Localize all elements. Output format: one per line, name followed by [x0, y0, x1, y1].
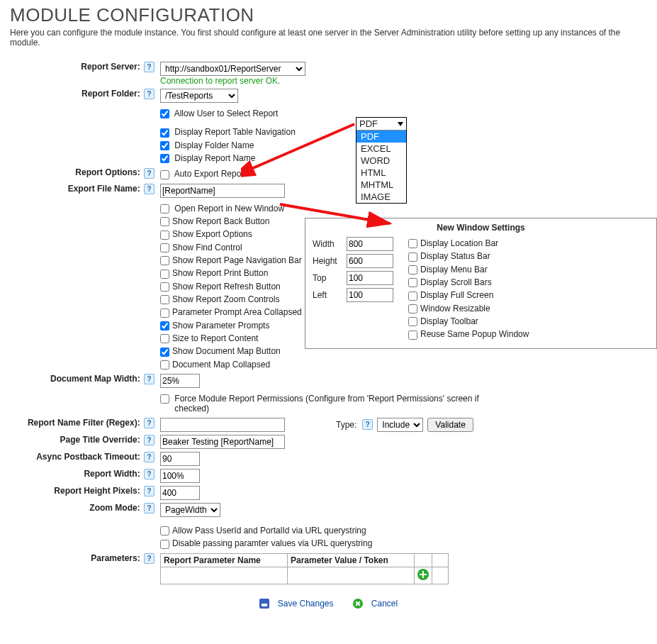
export-format-selected: PDF	[359, 118, 378, 129]
param-header-value: Parameter Value / Token	[288, 553, 415, 567]
chk-show-docmap-btn[interactable]	[160, 348, 169, 357]
lbl-show-zoom: Show Report Zoom Controls	[172, 294, 279, 304]
export-format-dropdown[interactable]: PDF PDF EXCEL WORD HTML MHTML IMAGE	[356, 117, 407, 204]
chk-show-param-prompts[interactable]	[160, 321, 169, 331]
input-export-filename[interactable]	[160, 184, 285, 198]
type-filter-select[interactable]: Include	[377, 418, 423, 432]
lbl-auto-export: Auto Export Report	[174, 169, 247, 179]
lbl-allow-user-select: Allow User to Select Report	[174, 109, 279, 118]
help-icon[interactable]	[144, 503, 155, 513]
lbl-location-bar: Display Location Bar	[420, 238, 498, 248]
param-value-input[interactable]	[291, 570, 411, 581]
zoom-mode-select[interactable]: PageWidth	[160, 503, 220, 517]
chk-show-find[interactable]	[160, 243, 169, 252]
format-option[interactable]: MHTML	[356, 179, 406, 191]
chk-full-screen[interactable]	[408, 292, 417, 301]
chk-scroll-bars[interactable]	[408, 278, 417, 287]
format-option[interactable]: IMAGE	[356, 191, 406, 203]
help-icon[interactable]	[144, 184, 155, 194]
chk-show-zoom[interactable]	[160, 295, 169, 304]
chk-toolbar[interactable]	[408, 317, 417, 326]
input-win-width[interactable]	[347, 237, 393, 251]
help-icon[interactable]	[144, 62, 155, 72]
chk-open-new-window[interactable]	[160, 204, 169, 213]
chk-location-bar[interactable]	[408, 239, 417, 248]
report-server-select[interactable]: http://sandbox01/ReportServer	[160, 62, 305, 76]
chk-param-collapsed[interactable]	[160, 309, 169, 318]
lbl-win-top: Top	[313, 273, 347, 283]
report-folder-select[interactable]: /TestReports	[160, 89, 238, 103]
save-button[interactable]: Save Changes	[255, 599, 338, 609]
input-async-timeout[interactable]	[160, 452, 200, 466]
input-report-height[interactable]	[160, 486, 200, 500]
validate-button[interactable]: Validate	[427, 418, 473, 432]
label-report-folder: Report Folder:	[82, 89, 140, 99]
label-type: Type:	[336, 420, 356, 430]
lbl-open-new-window: Open Report in New Window	[174, 204, 284, 213]
lbl-display-report-name: Display Report Name	[174, 153, 255, 163]
param-name-input[interactable]	[164, 570, 284, 581]
chk-size-to-content[interactable]	[160, 334, 169, 343]
input-report-width[interactable]	[160, 469, 200, 483]
label-report-server: Report Server:	[81, 62, 140, 72]
help-icon[interactable]	[144, 452, 155, 462]
input-page-title[interactable]	[160, 435, 285, 449]
chk-show-export-options[interactable]	[160, 231, 169, 240]
chk-reuse-popup[interactable]	[408, 331, 417, 340]
lbl-force-permissions: Force Module Report Permissions (Configu…	[174, 394, 479, 413]
cancel-icon	[353, 599, 363, 609]
lbl-full-screen: Display Full Screen	[420, 290, 493, 300]
input-win-top[interactable]	[347, 271, 393, 285]
chk-show-back[interactable]	[160, 217, 169, 226]
help-icon[interactable]	[144, 469, 155, 479]
input-win-left[interactable]	[347, 288, 393, 302]
chk-disable-param-pass[interactable]	[160, 540, 169, 549]
chk-force-permissions[interactable]	[160, 394, 169, 404]
chk-auto-export[interactable]	[160, 170, 169, 179]
input-docmap-width[interactable]	[160, 374, 200, 388]
chk-display-folder-name[interactable]	[160, 141, 169, 150]
lbl-disable-param-pass: Disable passing paramter values via URL …	[172, 538, 372, 548]
help-icon[interactable]	[362, 419, 373, 430]
lbl-show-refresh: Show Report Refresh Button	[172, 282, 281, 292]
chk-allow-user-select[interactable]	[160, 109, 169, 118]
chk-display-table-nav[interactable]	[160, 128, 169, 138]
parameters-table: Report Parameter Name Parameter Value / …	[160, 553, 449, 584]
chk-display-report-name[interactable]	[160, 154, 169, 163]
lbl-size-to-content: Size to Report Content	[172, 333, 258, 343]
chk-show-refresh[interactable]	[160, 282, 169, 292]
chk-show-print[interactable]	[160, 270, 169, 279]
format-option[interactable]: WORD	[356, 155, 406, 167]
format-option[interactable]: PDF	[356, 131, 406, 143]
chk-allow-pass-ids[interactable]	[160, 526, 169, 535]
chk-docmap-collapsed[interactable]	[160, 360, 169, 370]
chk-resizable[interactable]	[408, 304, 417, 313]
lbl-scroll-bars: Display Scroll Bars	[420, 277, 492, 287]
help-icon[interactable]	[144, 89, 155, 99]
label-report-width: Report Width:	[84, 469, 140, 479]
help-icon[interactable]	[144, 418, 155, 428]
input-win-height[interactable]	[347, 254, 393, 268]
chk-status-bar[interactable]	[408, 252, 417, 262]
lbl-resizable: Window Resizable	[420, 304, 490, 313]
lbl-win-width: Width	[313, 239, 347, 249]
help-icon[interactable]	[144, 374, 155, 384]
chk-show-page-nav[interactable]	[160, 256, 169, 265]
lbl-toolbar: Display Toolbar	[420, 316, 478, 326]
page-subtitle: Here you can configure the module instan…	[10, 28, 647, 48]
help-icon[interactable]	[144, 168, 155, 179]
lbl-reuse-popup: Reuse Same Popup Window	[420, 329, 529, 339]
input-name-filter[interactable]	[160, 418, 285, 432]
help-icon[interactable]	[144, 553, 155, 564]
help-icon[interactable]	[144, 435, 155, 445]
lbl-status-bar: Display Status Bar	[420, 251, 490, 261]
lbl-show-find: Show Find Control	[172, 243, 242, 252]
format-option[interactable]: HTML	[356, 167, 406, 179]
help-icon[interactable]	[144, 486, 155, 496]
cancel-button[interactable]: Cancel	[349, 599, 402, 609]
format-option[interactable]: EXCEL	[356, 143, 406, 155]
save-icon	[259, 599, 269, 609]
chk-menu-bar[interactable]	[408, 265, 417, 274]
add-param-icon[interactable]	[417, 569, 429, 580]
lbl-show-export-options: Show Export Options	[172, 229, 252, 239]
